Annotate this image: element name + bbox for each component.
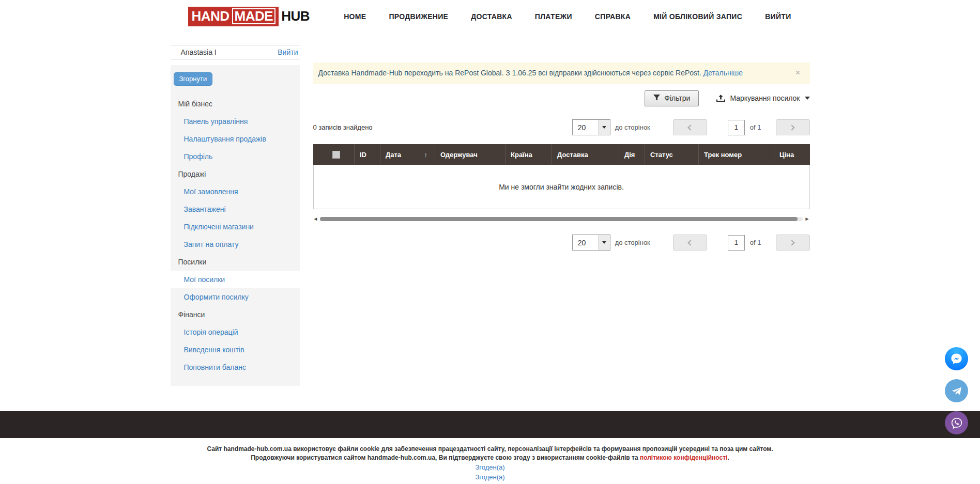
sidebar-item-dashboard[interactable]: Панель управління — [171, 113, 300, 130]
scrollbar-track[interactable] — [320, 217, 802, 221]
nav-delivery[interactable]: ДОСТАВКА — [471, 12, 512, 21]
chevron-left-icon — [688, 240, 694, 245]
banner-text: Доставка Handmade-Hub переходить на RePo… — [318, 69, 703, 77]
per-page-label: до сторінок — [615, 123, 650, 131]
nav-payments[interactable]: ПЛАТЕЖИ — [535, 12, 572, 21]
column-header-status[interactable]: Статус — [645, 144, 699, 165]
sidebar-item-transaction-history[interactable]: Історія операцій — [171, 323, 300, 341]
chevron-down-icon — [805, 97, 810, 100]
page-size-value: 20 — [573, 235, 599, 250]
select-all-header[interactable] — [313, 144, 355, 165]
table-header-row: ID Дата ↑ Одержувач Країна Доставка Дія … — [313, 144, 810, 165]
viber-button[interactable] — [945, 411, 968, 434]
sidebar-section-my-business: Мій бізнес — [171, 95, 300, 113]
next-page-button[interactable] — [776, 119, 810, 135]
main-nav: HOME ПРОДВИЖЕНИЕ ДОСТАВКА ПЛАТЕЖИ СПРАВК… — [344, 12, 809, 21]
social-float-bar — [945, 347, 968, 434]
next-page-button-bottom[interactable] — [776, 235, 810, 251]
page-count-label: of 1 — [750, 123, 761, 131]
scrollbar-thumb[interactable] — [320, 217, 798, 221]
pagination-bottom: 20 до сторінок of 1 — [572, 235, 810, 251]
nav-logout[interactable]: ВИЙТИ — [765, 12, 791, 21]
filters-button-label: Фільтри — [664, 94, 690, 102]
sort-ascending-icon[interactable]: ↑ — [424, 151, 428, 159]
sidebar-item-uploaded[interactable]: Завантажені — [171, 200, 300, 218]
nav-my-account[interactable]: МІЙ ОБЛІКОВИЙ ЗАПИС — [653, 12, 742, 21]
grid-meta-row: 0 записів знайдено 20 до сторінок of 1 — [313, 119, 810, 135]
column-header-price[interactable]: Ціна — [774, 144, 810, 165]
banner-details-link[interactable]: Детальніше — [703, 69, 743, 77]
parcel-marking-dropdown[interactable]: Маркування посилок — [716, 94, 809, 102]
page-number-input-bottom[interactable] — [728, 235, 745, 251]
prev-page-button[interactable] — [673, 119, 707, 135]
sidebar-logout-link[interactable]: Вийти — [278, 48, 298, 56]
nav-help[interactable]: СПРАВКА — [595, 12, 631, 21]
sidebar-item-sales-settings[interactable]: Налаштування продажів — [171, 130, 300, 148]
messenger-icon — [950, 352, 963, 366]
sidebar-item-top-up-balance[interactable]: Поповнити баланс — [171, 358, 300, 376]
sidebar-item-withdraw-funds[interactable]: Виведення коштів — [171, 341, 300, 358]
sidebar-section-finance: Фінанси — [171, 306, 300, 323]
collapse-button[interactable]: Згорнути — [174, 72, 213, 86]
viber-icon — [950, 416, 963, 430]
sidebar-panel: Згорнути Мій бізнес Панель управління На… — [171, 65, 300, 386]
top-header: HAND MADE HUB HOME ПРОДВИЖЕНИЕ ДОСТАВКА … — [0, 0, 980, 33]
close-icon[interactable]: × — [793, 68, 803, 77]
page-number-input[interactable] — [728, 120, 745, 135]
column-header-track-number[interactable]: Трек номер — [699, 144, 774, 165]
cookie-notice-line2: Продовжуючи користуватися сайтом handmad… — [0, 454, 980, 462]
nav-promotion[interactable]: ПРОДВИЖЕНИЕ — [389, 12, 448, 21]
toolbar: Фільтри Маркування посилок — [313, 89, 810, 107]
cookie-notice-line2-text: Продовжуючи користуватися сайтом handmad… — [251, 454, 640, 461]
site-logo[interactable]: HAND MADE HUB — [188, 7, 310, 26]
telegram-button[interactable] — [945, 379, 968, 402]
sidebar-item-my-parcels[interactable]: Мої посилки — [171, 271, 300, 288]
sidebar-item-payment-request[interactable]: Запит на оплату — [171, 236, 300, 253]
select-caret-button[interactable] — [599, 235, 610, 250]
select-caret-button[interactable] — [599, 120, 610, 135]
column-header-delivery[interactable]: Доставка — [552, 144, 619, 165]
parcels-table: ID Дата ↑ Одержувач Країна Доставка Дія … — [313, 144, 810, 165]
sidebar: Anastasia I Вийти Згорнути Мій бізнес Па… — [171, 33, 300, 411]
column-header-date[interactable]: Дата ↑ — [380, 144, 435, 165]
chevron-left-icon — [688, 124, 694, 130]
column-header-action[interactable]: Дія — [619, 144, 645, 165]
page-size-select-bottom[interactable]: 20 — [572, 235, 610, 251]
sidebar-item-my-orders[interactable]: Мої замовлення — [171, 183, 300, 200]
logo-hub: HUB — [281, 8, 310, 24]
column-header-id[interactable]: ID — [355, 144, 380, 165]
filters-button[interactable]: Фільтри — [645, 90, 699, 106]
filter-icon — [653, 95, 660, 101]
column-header-country[interactable]: Країна — [506, 144, 552, 165]
sidebar-item-create-parcel[interactable]: Оформити посилку — [171, 288, 300, 306]
records-found-label: 0 записів знайдено — [313, 123, 373, 131]
footer-dark-bar — [0, 411, 980, 438]
privacy-policy-link[interactable]: політикою конфіденційності — [640, 454, 727, 461]
column-header-recipient[interactable]: Одержувач — [435, 144, 506, 165]
upload-icon — [716, 95, 725, 102]
footer: Сайт handmade-hub.com.ua використовує фа… — [0, 438, 980, 482]
chevron-right-icon — [789, 124, 794, 130]
sidebar-item-connected-stores[interactable]: Підключені магазини — [171, 218, 300, 236]
column-header-date-label: Дата — [386, 151, 401, 159]
agree-link-1[interactable]: Згоден(а) — [0, 462, 980, 472]
select-all-checkbox[interactable] — [332, 151, 340, 159]
sidebar-section-parcels: Посилки — [171, 253, 300, 271]
prev-page-button-bottom[interactable] — [673, 235, 707, 251]
notification-banner: Доставка Handmade-Hub переходить на RePo… — [313, 63, 810, 84]
chevron-down-icon — [602, 241, 606, 244]
empty-message: Ми не змогли знайти жодних записів. — [499, 183, 624, 191]
scroll-right-icon[interactable]: ► — [805, 215, 810, 223]
scroll-left-icon[interactable]: ◄ — [313, 215, 318, 223]
page-count-label: of 1 — [750, 239, 761, 246]
cookie-notice-line2-suffix: . — [727, 454, 729, 461]
messenger-button[interactable] — [945, 347, 968, 370]
page-size-select[interactable]: 20 — [572, 119, 610, 135]
sidebar-item-profile[interactable]: Профіль — [171, 148, 300, 165]
parcel-marking-label: Маркування посилок — [730, 94, 800, 102]
logo-hand: HAND — [192, 8, 229, 24]
telegram-icon — [950, 384, 963, 398]
agree-link-2[interactable]: Згоден(а) — [0, 472, 980, 482]
nav-home[interactable]: HOME — [344, 12, 366, 21]
horizontal-scrollbar: ◄ ► — [313, 215, 810, 223]
